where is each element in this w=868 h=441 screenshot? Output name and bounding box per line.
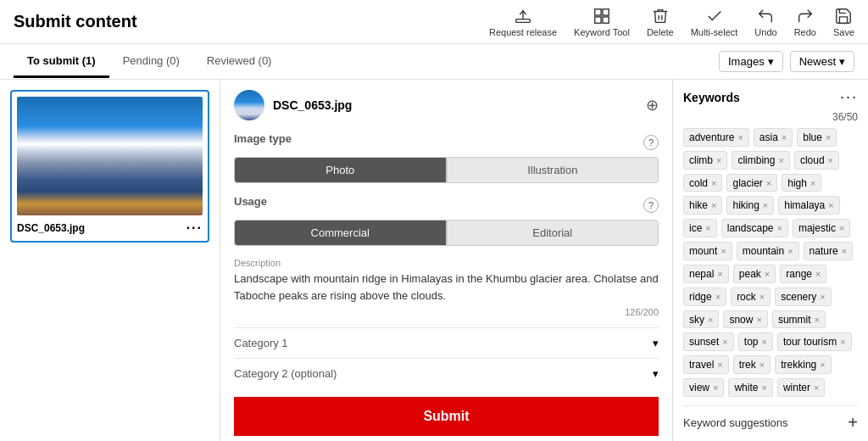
category1-label: Category 1: [234, 337, 288, 349]
image-type-help[interactable]: ?: [643, 135, 659, 150]
tag-remove-icon[interactable]: ×: [711, 178, 716, 188]
tag-remove-icon[interactable]: ×: [839, 223, 844, 233]
tag: hiking×: [726, 196, 774, 215]
tag-remove-icon[interactable]: ×: [765, 269, 770, 279]
save-icon: [834, 7, 853, 25]
tag-remove-icon[interactable]: ×: [787, 246, 793, 256]
description-text[interactable]: Landscape with mountain ridge in Himalay…: [234, 271, 659, 304]
tag-remove-icon[interactable]: ×: [705, 223, 710, 233]
image-context-menu[interactable]: ···: [186, 220, 203, 236]
upload-icon: [514, 7, 532, 25]
tag-remove-icon[interactable]: ×: [713, 382, 718, 393]
tag: sunset×: [683, 332, 734, 351]
tag-remove-icon[interactable]: ×: [820, 292, 825, 302]
tag-remove-icon[interactable]: ×: [761, 382, 766, 393]
filter-sort[interactable]: Newest ▾: [790, 51, 854, 72]
tag-remove-icon[interactable]: ×: [777, 223, 782, 233]
tag: nepal×: [683, 265, 729, 283]
trash-icon: [651, 7, 670, 25]
tag: sky×: [683, 310, 719, 329]
keyword-tool-button[interactable]: Keyword Tool: [574, 7, 630, 37]
tab-to-submit[interactable]: To submit (1): [14, 46, 109, 78]
tag-remove-icon[interactable]: ×: [711, 200, 716, 210]
tag-remove-icon[interactable]: ×: [828, 155, 833, 165]
category2-row[interactable]: Category 2 (optional) ▾: [234, 358, 659, 388]
svg-rect-5: [603, 16, 609, 22]
keywords-menu[interactable]: ···: [840, 88, 858, 106]
keywords-title: Keywords: [683, 91, 740, 104]
image-card[interactable]: DSC_0653.jpg ···: [10, 90, 209, 243]
tabs-bar: To submit (1) Pending (0) Reviewed (0) I…: [0, 44, 868, 80]
filter-type[interactable]: Images ▾: [719, 51, 783, 72]
tag-remove-icon[interactable]: ×: [782, 132, 787, 142]
tag: glacier×: [726, 174, 777, 193]
tag: cloud×: [794, 151, 839, 170]
tag-remove-icon[interactable]: ×: [778, 155, 783, 165]
tab-reviewed[interactable]: Reviewed (0): [193, 46, 286, 78]
tag-remove-icon[interactable]: ×: [840, 337, 845, 347]
tag: ice×: [683, 219, 717, 237]
zoom-icon[interactable]: ⊕: [646, 96, 659, 114]
tag: range×: [780, 265, 826, 283]
tab-pending[interactable]: Pending (0): [109, 46, 193, 78]
tag-remove-icon[interactable]: ×: [722, 337, 727, 347]
category1-row[interactable]: Category 1 ▾: [234, 327, 659, 358]
tag-remove-icon[interactable]: ×: [760, 360, 765, 370]
tag-remove-icon[interactable]: ×: [814, 382, 819, 393]
undo-button[interactable]: Undo: [754, 7, 776, 37]
tag-remove-icon[interactable]: ×: [810, 178, 815, 188]
chevron-down-icon: ▾: [653, 367, 659, 380]
tag-remove-icon[interactable]: ×: [737, 132, 743, 142]
tag-remove-icon[interactable]: ×: [763, 200, 768, 210]
photo-button[interactable]: Photo: [234, 157, 447, 183]
tag-remove-icon[interactable]: ×: [815, 269, 821, 279]
tag: travel×: [683, 355, 729, 374]
tag: white×: [728, 378, 772, 397]
tag: tour tourism×: [777, 332, 852, 351]
tag-remove-icon[interactable]: ×: [766, 178, 771, 188]
keywords-header: Keywords ···: [683, 88, 858, 106]
tag-remove-icon[interactable]: ×: [820, 360, 825, 370]
save-button[interactable]: Save: [833, 7, 854, 37]
illustration-button[interactable]: Illustration: [447, 157, 659, 183]
tag-remove-icon[interactable]: ×: [708, 315, 713, 325]
image-type-label: Image type: [234, 132, 292, 145]
tag: landscape×: [721, 219, 788, 237]
usage-help[interactable]: ?: [643, 198, 659, 213]
tag-remove-icon[interactable]: ×: [828, 200, 833, 210]
tag-remove-icon[interactable]: ×: [721, 246, 726, 256]
tag: scenery×: [775, 287, 831, 306]
tag: adventure×: [683, 128, 749, 147]
tag-remove-icon[interactable]: ×: [715, 292, 721, 302]
char-count: 126/200: [234, 307, 659, 317]
tag: view×: [683, 378, 724, 397]
check-icon: [705, 7, 724, 25]
tag-remove-icon[interactable]: ×: [717, 269, 722, 279]
keywords-panel: Keywords ··· 36/50 adventure×asia×blue×c…: [673, 80, 868, 441]
request-release-button[interactable]: Request release: [489, 7, 557, 37]
tag: asia×: [754, 128, 793, 147]
svg-rect-4: [595, 16, 601, 22]
submit-button[interactable]: Submit: [234, 397, 659, 436]
tag-remove-icon[interactable]: ×: [716, 155, 721, 165]
tag: nature×: [804, 242, 853, 260]
undo-icon: [756, 7, 775, 25]
add-keyword-suggestion-icon[interactable]: +: [848, 413, 858, 433]
tag: hike×: [683, 196, 722, 215]
tag-remove-icon[interactable]: ×: [717, 360, 722, 370]
submit-section: Submit: [234, 388, 659, 436]
tag-remove-icon[interactable]: ×: [842, 246, 847, 256]
tag-remove-icon[interactable]: ×: [761, 337, 766, 347]
editorial-button[interactable]: Editorial: [447, 220, 659, 246]
multi-select-button[interactable]: Multi-select: [691, 7, 738, 37]
tag-remove-icon[interactable]: ×: [826, 132, 831, 142]
tag-remove-icon[interactable]: ×: [756, 315, 761, 325]
commercial-button[interactable]: Commercial: [234, 220, 447, 246]
tag: trekking×: [775, 355, 831, 374]
delete-button[interactable]: Delete: [647, 7, 674, 37]
tag-remove-icon[interactable]: ×: [760, 292, 765, 302]
tag: mount×: [683, 242, 732, 260]
tag-remove-icon[interactable]: ×: [815, 315, 820, 325]
svg-rect-2: [595, 8, 601, 14]
redo-button[interactable]: Redo: [794, 7, 816, 37]
